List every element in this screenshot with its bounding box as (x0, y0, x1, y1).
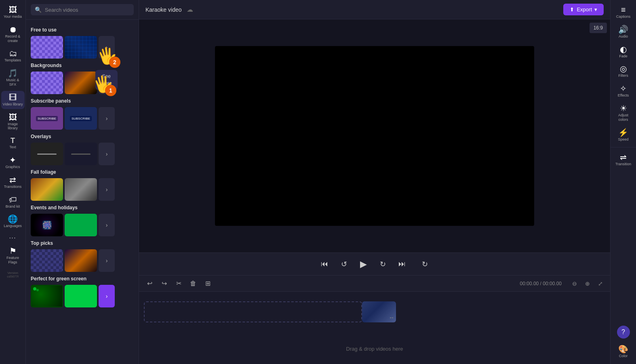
section-title-subscribe: Subscribe panels (31, 98, 134, 104)
backgrounds-row: See more › (31, 72, 134, 94)
skip-forward-button[interactable]: ⏭ (396, 258, 409, 271)
overlays-arrow[interactable]: › (99, 143, 115, 165)
right-label-speed: Speed (618, 137, 628, 142)
right-item-speed[interactable]: ⚡ Speed (612, 126, 635, 144)
record-create-icon: ⏺ (9, 25, 17, 34)
sidebar-item-graphics[interactable]: ✦ Graphics (1, 154, 25, 172)
subscribe-row: SUBSCRIBE SUBSCRIBE › (31, 107, 134, 130)
sidebar-label-your-media: Your media (4, 15, 22, 19)
sidebar-item-templates[interactable]: 🗂 Templates (1, 47, 25, 65)
right-item-filters[interactable]: ◎ Filters (612, 62, 635, 80)
cut-button[interactable]: ✂ (173, 278, 184, 289)
sidebar-item-video-library[interactable]: 🎞 Video library (1, 91, 25, 109)
sidebar-label-record-create: Record &create (5, 34, 21, 43)
section-title-overlays: Overlays (31, 134, 134, 139)
playback-controls: ⏮ ↺ ▶ ↻ ⏭ ↻ (139, 252, 610, 275)
export-button[interactable]: ⬆ Export ▾ (563, 4, 604, 15)
right-item-help[interactable]: ? (612, 323, 635, 341)
right-item-transition[interactable]: ⇌ Transition (612, 151, 635, 169)
green-screen-row: › (31, 285, 134, 307)
subscribe-thumb-2[interactable]: SUBSCRIBE (65, 107, 97, 130)
right-item-effects[interactable]: ✧ Effects (612, 82, 635, 100)
top-picks-thumb-1[interactable] (31, 249, 63, 272)
sidebar-item-text[interactable]: T Text (1, 135, 25, 152)
sidebar-item-languages[interactable]: 🌐 Languages (1, 213, 25, 231)
search-input[interactable] (45, 7, 130, 13)
subscribe-arrow[interactable]: › (99, 107, 115, 130)
zoom-out-button[interactable]: ⊖ (570, 279, 579, 288)
fast-forward-button[interactable]: ↻ (376, 258, 389, 271)
sidebar-label-brand-kit: Brand kit (6, 204, 20, 209)
right-item-audio[interactable]: 🔊 Audio (612, 23, 635, 41)
sidebar-label-feature-flags: Feature Flags (3, 256, 23, 265)
bg-thumb-2[interactable] (65, 72, 97, 94)
sidebar: 🖼 Your media ⏺ Record &create 🗂 Template… (0, 0, 26, 364)
adjust-colors-icon: ☀ (620, 104, 627, 112)
overlay-thumb-2[interactable] (65, 143, 97, 165)
track-clip[interactable]: ↔ (362, 301, 396, 322)
events-arrow[interactable]: › (99, 214, 115, 236)
zoom-in-button[interactable]: ⊕ (583, 279, 592, 288)
right-item-fade[interactable]: ◐ Fade (612, 43, 635, 61)
right-item-captions[interactable]: ≡ Captions (612, 3, 635, 21)
refresh-button[interactable]: ↻ (418, 258, 431, 271)
project-title: Karaoke video (145, 6, 182, 13)
play-button[interactable]: ▶ (357, 258, 370, 271)
overlay-thumb-1[interactable] (31, 143, 63, 165)
subscribe-thumb-1[interactable]: SUBSCRIBE (31, 107, 63, 130)
sidebar-item-your-media[interactable]: 🖼 Your media (1, 3, 25, 21)
sidebar-item-feature-flags[interactable]: ⚑ Feature Flags (1, 244, 25, 267)
right-item-adjust-colors[interactable]: ☀ Adjust colors (612, 102, 635, 124)
events-thumb-1[interactable]: 🎆 (31, 214, 63, 236)
search-bar: 🔍 (26, 0, 139, 20)
delete-button[interactable]: 🗑 (187, 278, 199, 289)
cloud-save-icon[interactable]: ☁ (187, 6, 193, 13)
sidebar-item-brand-kit[interactable]: 🏷 Brand kit (1, 193, 25, 211)
sidebar-item-more[interactable]: ··· (1, 232, 25, 243)
search-input-wrapper[interactable]: 🔍 (31, 4, 134, 15)
transition-icon: ⇌ (620, 153, 627, 161)
see-more-popup[interactable]: See more (95, 70, 118, 90)
free-thumb-2[interactable] (65, 36, 97, 59)
text-icon: T (11, 137, 15, 144)
right-item-color[interactable]: 🎨 Color (612, 343, 635, 361)
foliage-thumb-1[interactable] (31, 178, 63, 201)
green-screen-arrow[interactable]: › (99, 285, 115, 307)
sidebar-item-music-sfx[interactable]: 🎵 Music & SFX (1, 67, 25, 89)
more-icon: ··· (9, 235, 17, 240)
drag-handle-icon: ↔ (389, 314, 394, 321)
sidebar-label-transitions: Transitions (4, 185, 22, 189)
foliage-thumb-2[interactable] (65, 178, 97, 201)
green-screen-thumb-2[interactable] (65, 285, 97, 307)
bg-thumb-1[interactable] (31, 72, 63, 94)
green-screen-thumb-1[interactable] (31, 285, 63, 307)
sidebar-label-templates: Templates (4, 58, 21, 63)
right-label-transition: Transition (615, 162, 631, 166)
timeline-area: ↩ ↪ ✂ 🗑 ⊞ 00:00.00 / 00:00.00 ⊖ ⊕ ⤢ ↔ Dr (139, 275, 610, 364)
sidebar-item-transitions[interactable]: ⇄ Transitions (1, 173, 25, 191)
top-picks-arrow[interactable]: › (99, 249, 115, 272)
split-button[interactable]: ⊞ (202, 278, 213, 289)
aspect-ratio-button[interactable]: 16:9 (590, 23, 607, 33)
skip-back-button[interactable]: ⏮ (318, 258, 331, 271)
music-sfx-icon: 🎵 (8, 69, 18, 77)
free-thumb-1[interactable] (31, 36, 63, 59)
effects-icon: ✧ (620, 84, 627, 93)
track-placeholder[interactable] (144, 301, 362, 322)
free-to-use-arrow[interactable]: › (99, 36, 115, 59)
right-label-effects: Effects (618, 93, 629, 98)
fall-foliage-arrow[interactable]: › (99, 178, 115, 201)
drop-hint: Drag & drop videos here (346, 346, 403, 352)
sidebar-item-record-create[interactable]: ⏺ Record &create (1, 23, 25, 46)
redo-button[interactable]: ↪ (158, 278, 170, 289)
undo-button[interactable]: ↩ (144, 278, 155, 289)
color-icon: 🎨 (618, 345, 628, 353)
events-thumb-2[interactable] (65, 214, 97, 236)
top-picks-thumb-2[interactable] (65, 249, 97, 272)
sidebar-item-image-library[interactable]: 🖼 Image library (1, 111, 25, 133)
expand-button[interactable]: ⤢ (596, 279, 605, 288)
sidebar-item-version: Versioncd5677f (1, 269, 25, 281)
rewind-button[interactable]: ↺ (337, 258, 350, 271)
export-label: Export (577, 6, 592, 13)
brand-kit-icon: 🏷 (9, 196, 17, 204)
